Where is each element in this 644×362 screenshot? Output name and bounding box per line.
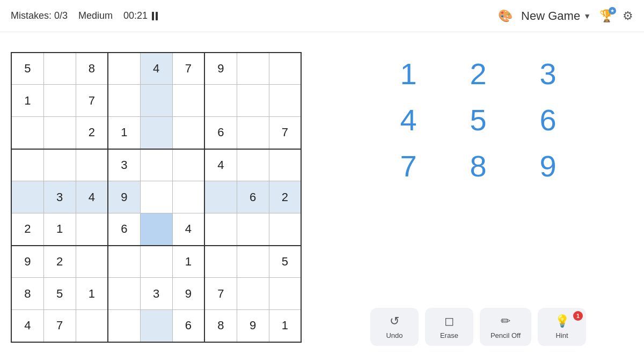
table-row[interactable] [11, 117, 43, 149]
table-row[interactable] [76, 246, 108, 278]
table-row[interactable] [237, 278, 269, 310]
table-row[interactable]: 7 [269, 117, 301, 149]
table-row[interactable]: 6 [108, 213, 140, 246]
table-row[interactable]: 2 [76, 117, 108, 149]
table-row[interactable] [140, 213, 172, 246]
table-row[interactable]: 9 [237, 310, 269, 342]
table-row[interactable] [172, 149, 204, 181]
table-row[interactable] [269, 278, 301, 310]
table-row[interactable]: 4 [11, 310, 43, 342]
number-button-5[interactable]: 5 [446, 100, 510, 141]
table-row[interactable]: 9 [11, 246, 43, 278]
table-row[interactable] [108, 53, 140, 85]
table-row[interactable] [237, 85, 269, 117]
table-row[interactable]: 4 [204, 149, 237, 181]
table-row[interactable]: 9 [108, 181, 140, 213]
table-row[interactable] [237, 149, 269, 181]
table-row[interactable]: 8 [204, 310, 237, 342]
table-row[interactable]: 2 [11, 213, 43, 246]
table-row[interactable] [237, 53, 269, 85]
table-row[interactable] [43, 149, 76, 181]
table-row[interactable] [204, 246, 237, 278]
table-row[interactable]: 5 [269, 246, 301, 278]
table-row[interactable] [237, 213, 269, 246]
pause-button[interactable] [152, 12, 158, 20]
number-button-3[interactable]: 3 [516, 54, 580, 94]
table-row[interactable] [172, 181, 204, 213]
table-row[interactable]: 3 [108, 149, 140, 181]
table-row[interactable] [76, 310, 108, 342]
table-row[interactable] [140, 85, 172, 117]
table-row[interactable]: 3 [43, 181, 76, 213]
main-content: 58479172167343496221649215851397476891 1… [0, 32, 644, 362]
table-row[interactable] [76, 149, 108, 181]
pencil-button[interactable]: ✏ Pencil Off [480, 308, 531, 346]
hint-button[interactable]: 💡 Hint 1 [538, 308, 586, 346]
erase-button[interactable]: ◻ Erase [425, 308, 473, 346]
table-row[interactable] [11, 181, 43, 213]
table-row[interactable] [237, 117, 269, 149]
number-button-6[interactable]: 6 [516, 100, 580, 141]
new-game-button[interactable]: New Game ▼ [521, 9, 591, 23]
table-row[interactable]: 4 [76, 181, 108, 213]
table-row[interactable] [108, 85, 140, 117]
table-row[interactable] [43, 85, 76, 117]
table-row[interactable]: 7 [76, 85, 108, 117]
number-button-2[interactable]: 2 [446, 54, 510, 94]
table-row[interactable]: 6 [204, 117, 237, 149]
table-row[interactable] [204, 85, 237, 117]
number-button-8[interactable]: 8 [446, 146, 510, 187]
table-row[interactable] [108, 278, 140, 310]
table-row[interactable] [204, 181, 237, 213]
palette-icon[interactable]: 🎨 [498, 9, 513, 23]
table-row[interactable]: 9 [172, 278, 204, 310]
table-row[interactable] [43, 117, 76, 149]
table-row[interactable]: 7 [204, 278, 237, 310]
table-row[interactable]: 4 [140, 53, 172, 85]
table-row[interactable]: 2 [43, 246, 76, 278]
table-row[interactable] [172, 85, 204, 117]
table-row[interactable] [140, 117, 172, 149]
table-row[interactable] [140, 149, 172, 181]
table-row[interactable] [140, 246, 172, 278]
table-row[interactable]: 1 [172, 246, 204, 278]
table-row[interactable]: 1 [269, 310, 301, 342]
number-button-4[interactable]: 4 [376, 100, 441, 141]
table-row[interactable] [108, 310, 140, 342]
table-row[interactable] [204, 213, 237, 246]
table-row[interactable]: 1 [108, 117, 140, 149]
table-row[interactable]: 4 [172, 213, 204, 246]
table-row[interactable] [76, 213, 108, 246]
undo-button[interactable]: ↺ Undo [370, 308, 419, 346]
table-row[interactable]: 9 [204, 53, 237, 85]
trophy-area[interactable]: 🏆 ★ [599, 9, 614, 23]
table-row[interactable] [140, 310, 172, 342]
table-row[interactable]: 1 [76, 278, 108, 310]
table-row[interactable]: 1 [43, 213, 76, 246]
table-row[interactable] [140, 181, 172, 213]
settings-icon[interactable]: ⚙ [623, 9, 633, 23]
table-row[interactable] [269, 149, 301, 181]
table-row[interactable]: 8 [11, 278, 43, 310]
table-row[interactable]: 7 [172, 53, 204, 85]
table-row[interactable] [237, 246, 269, 278]
table-row[interactable] [172, 117, 204, 149]
table-row[interactable]: 5 [43, 278, 76, 310]
table-row[interactable] [269, 53, 301, 85]
table-row[interactable]: 6 [237, 181, 269, 213]
table-row[interactable]: 5 [11, 53, 43, 85]
number-button-7[interactable]: 7 [376, 146, 441, 187]
table-row[interactable] [108, 246, 140, 278]
table-row[interactable] [269, 85, 301, 117]
table-row[interactable]: 3 [140, 278, 172, 310]
number-button-9[interactable]: 9 [516, 146, 580, 187]
table-row[interactable]: 7 [43, 310, 76, 342]
table-row[interactable] [269, 213, 301, 246]
table-row[interactable]: 8 [76, 53, 108, 85]
table-row[interactable]: 6 [172, 310, 204, 342]
table-row[interactable]: 2 [269, 181, 301, 213]
number-button-1[interactable]: 1 [376, 54, 441, 94]
table-row[interactable]: 1 [11, 85, 43, 117]
table-row[interactable] [43, 53, 76, 85]
table-row[interactable] [11, 149, 43, 181]
